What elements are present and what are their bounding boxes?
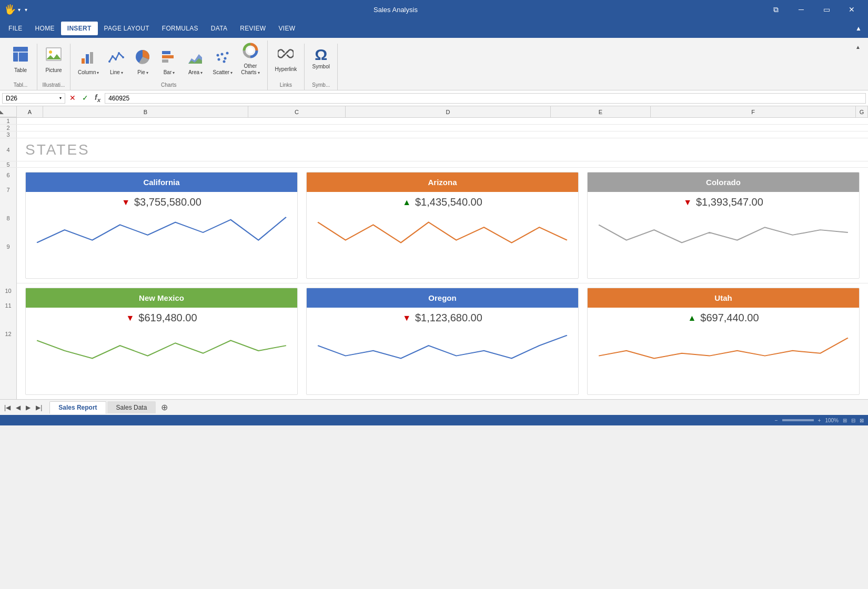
card-utah: Utah ▲ $697,440.00 [587, 288, 860, 395]
ribbon-group-links: Hyperlink Links [268, 44, 305, 90]
zoom-out-icon[interactable]: − [775, 418, 778, 423]
dropdown-arrow[interactable]: ▾ [18, 7, 21, 13]
add-sheet-button[interactable]: ⊕ [157, 402, 172, 412]
svg-point-24 [226, 52, 229, 55]
select-all[interactable]: ◣ [0, 109, 4, 115]
column-label: Column▾ [78, 69, 99, 76]
ribbon-btn-column[interactable]: Column▾ [75, 47, 102, 78]
card-oregon-value: ▼ $1,123,680.00 [307, 308, 578, 328]
ribbon-collapse[interactable]: ▲ [855, 25, 866, 32]
svg-point-10 [112, 55, 114, 57]
cell-reference-box[interactable]: D26 ▾ [2, 93, 65, 104]
ribbon-scroll-up[interactable]: ▲ [852, 42, 864, 52]
oregon-value-text: $1,123,680.00 [415, 312, 482, 324]
sheet-tab-sales-report[interactable]: Sales Report [49, 401, 106, 414]
tab-bar: |◀ ◀ ▶ ▶| Sales Report Sales Data ⊕ [0, 399, 868, 415]
confirm-formula-button[interactable]: ✓ [80, 94, 90, 102]
ribbon-btn-pie[interactable]: Pie▾ [130, 47, 155, 78]
page-layout-view-icon[interactable]: ⊟ [851, 418, 855, 423]
minimize-button[interactable]: ─ [789, 0, 813, 19]
menu-formulas[interactable]: FORMULAS [156, 22, 205, 35]
card-colorado: Colorado ▼ $1,393,547.00 [587, 172, 860, 279]
insert-function-button[interactable]: fx [93, 93, 103, 103]
card-oregon: Oregon ▼ $1,123,680.00 [306, 288, 579, 395]
card-arizona-name: Arizona [428, 178, 457, 187]
card-new-mexico-name: New Mexico [139, 293, 184, 302]
card-california-value: ▼ $3,755,580.00 [26, 192, 297, 212]
svg-rect-0 [13, 47, 28, 62]
card-oregon-header: Oregon [307, 288, 578, 308]
restore-button[interactable]: ⧉ [764, 0, 788, 19]
menu-data[interactable]: DATA [205, 22, 234, 35]
row-num-11: 11 [5, 298, 11, 313]
formula-input[interactable]: 460925 [105, 93, 866, 104]
sheet-navigation: |◀ ◀ ▶ ▶| [2, 403, 44, 412]
maximize-button[interactable]: ▭ [814, 0, 839, 19]
ribbon-btn-symbol[interactable]: Ω Symbol [309, 44, 333, 72]
col-header-e[interactable]: E [551, 106, 651, 117]
col-header-f[interactable]: F [651, 106, 856, 117]
states-title: STATES [25, 141, 90, 158]
col-header-b[interactable]: B [43, 106, 248, 117]
ribbon-group-charts: Column▾ Line▾ [70, 40, 268, 90]
zoom-in-icon[interactable]: + [818, 418, 821, 423]
ribbon-btn-scatter[interactable]: Scatter▾ [209, 47, 236, 78]
menu-view[interactable]: VIEW [272, 22, 301, 35]
menu-bar: FILE HOME INSERT PAGE LAYOUT FORMULAS DA… [0, 19, 868, 38]
scatter-icon [215, 49, 230, 68]
row-4-content: STATES [17, 138, 868, 161]
menu-home[interactable]: HOME [29, 22, 61, 35]
row-num-8: 8 [6, 197, 9, 239]
ribbon-btn-line[interactable]: Line▾ [104, 47, 128, 78]
symbol-icon: Ω [315, 46, 327, 64]
menu-review[interactable]: REVIEW [234, 22, 272, 35]
cell-ref-dropdown[interactable]: ▾ [59, 96, 62, 100]
california-trend-icon: ▼ [122, 198, 130, 207]
ribbon-btn-table[interactable]: Table [8, 44, 33, 76]
ribbon-btn-other-charts[interactable]: OtherCharts▾ [238, 40, 263, 78]
menu-file[interactable]: FILE [2, 22, 29, 35]
status-bar: − + 100% ⊞ ⊟ ⊠ [0, 415, 868, 425]
menu-page-layout[interactable]: PAGE LAYOUT [98, 22, 156, 35]
cancel-formula-button[interactable]: ✕ [67, 94, 78, 102]
col-header-c[interactable]: C [248, 106, 346, 117]
page-break-view-icon[interactable]: ⊠ [860, 418, 864, 423]
row-10-12: 10 11 12 New Mexico ▼ $619,480.00 [0, 283, 868, 399]
excel-icon[interactable]: 🖐 [4, 4, 16, 15]
formula-controls: ✕ ✓ fx [67, 93, 103, 103]
sheet-tab-sales-data[interactable]: Sales Data [107, 401, 156, 413]
row-6-9: 6 7 8 9 California ▼ $3,755,580.00 [0, 168, 868, 283]
col-header-d[interactable]: D [346, 106, 551, 117]
ribbon-btn-picture[interactable]: Picture [42, 44, 66, 76]
close-button[interactable]: ✕ [840, 0, 864, 19]
column-icon [80, 49, 96, 68]
oregon-trend-icon: ▼ [402, 313, 411, 323]
illustrations-group-label: Illustrati... [43, 80, 65, 90]
tables-group-label: Tabl... [14, 80, 28, 90]
ribbon-btn-bar[interactable]: Bar▾ [157, 47, 181, 78]
normal-view-icon[interactable]: ⊞ [843, 418, 847, 423]
hyperlink-label: Hyperlink [275, 66, 297, 73]
card-new-mexico-chart [26, 328, 297, 370]
prev-sheet-button[interactable]: ◀ [14, 403, 23, 412]
card-california: California ▼ $3,755,580.00 [25, 172, 298, 279]
col-header-a[interactable]: A [17, 106, 43, 117]
first-sheet-button[interactable]: |◀ [2, 403, 13, 412]
row-num-5: 5 [0, 161, 17, 167]
ribbon-group-tables: Table Tabl... [4, 44, 37, 90]
svg-point-20 [218, 58, 220, 61]
bar-label: Bar▾ [164, 69, 175, 76]
menu-insert[interactable]: INSERT [61, 22, 98, 35]
ribbon-btn-area[interactable]: Area▾ [183, 47, 207, 78]
last-sheet-button[interactable]: ▶| [34, 403, 44, 412]
card-utah-header: Utah [588, 288, 859, 308]
ribbon-btn-hyperlink[interactable]: Hyperlink [272, 44, 300, 75]
svg-point-26 [247, 47, 254, 54]
row-nums-6-9: 6 7 8 9 [0, 168, 17, 283]
next-sheet-button[interactable]: ▶ [24, 403, 33, 412]
zoom-slider[interactable] [782, 419, 814, 421]
symbols-group-label: Symb... [312, 80, 330, 90]
svg-point-4 [49, 50, 52, 54]
row-num-2: 2 [0, 125, 17, 131]
col-header-g[interactable]: G [856, 106, 868, 117]
